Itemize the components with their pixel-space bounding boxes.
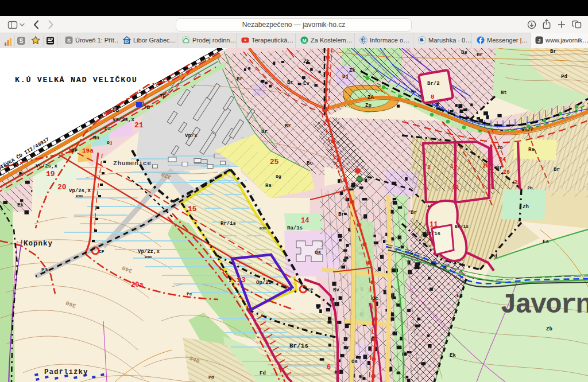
svg-text:BCBD: BCBD — [145, 256, 152, 259]
svg-text:28: 28 — [482, 163, 489, 169]
svg-text:Br: Br — [411, 210, 417, 216]
svg-text:25: 25 — [270, 158, 279, 166]
svg-text:Og: Og — [276, 174, 281, 179]
svg-text:Br: Br — [285, 123, 291, 129]
svg-text:Pd: Pd — [561, 74, 567, 80]
svg-text:P1: P1 — [41, 267, 48, 273]
svg-text:Zk: Zk — [303, 59, 310, 65]
svg-text:Zhumenice: Zhumenice — [113, 159, 152, 167]
svg-text:Br: Br — [477, 52, 483, 58]
svg-text:6: 6 — [327, 364, 331, 372]
svg-text:Br: Br — [338, 212, 345, 217]
svg-text:Kopnky: Kopnky — [24, 240, 53, 248]
svg-text:Os: Os — [315, 250, 321, 256]
svg-text:Br: Br — [554, 167, 560, 173]
svg-text:Br/1s: Br/1s — [425, 231, 440, 237]
svg-text:21: 21 — [134, 121, 144, 130]
svg-text:CP: CP — [99, 249, 105, 254]
svg-text:Ek: Ek — [17, 202, 24, 208]
svg-text:Ek: Ek — [450, 353, 456, 358]
svg-text:22: 22 — [514, 180, 521, 186]
svg-text:K.Ú VELKÁ NAD VELIČKOU: K.Ú VELKÁ NAD VELIČKOU — [15, 76, 137, 84]
svg-text:Br: Br — [550, 49, 556, 54]
svg-text:Br: Br — [237, 76, 243, 82]
svg-text:ZA: ZA — [368, 95, 374, 100]
svg-text:Os: Os — [351, 359, 358, 365]
svg-text:ZD: ZD — [497, 145, 503, 150]
svg-text:26: 26 — [503, 169, 510, 176]
svg-text:14: 14 — [301, 217, 309, 225]
svg-text:Vp/2z,x: Vp/2z,x — [138, 249, 160, 255]
svg-text:Fd: Fd — [260, 371, 266, 376]
svg-text:Br/1s: Br/1s — [455, 224, 469, 229]
svg-text:Es: Es — [543, 239, 549, 245]
svg-text:Bc: Bc — [307, 161, 313, 166]
svg-text:M: M — [302, 38, 306, 44]
svg-text:2b: 2b — [527, 185, 533, 190]
svg-text:15: 15 — [188, 205, 197, 213]
svg-text:Rr/1s: Rr/1s — [220, 221, 236, 227]
svg-text:Nn: Nn — [93, 135, 99, 141]
svg-text:DB: DB — [113, 108, 119, 114]
svg-text:Zb: Zb — [546, 326, 552, 332]
svg-text:11: 11 — [430, 221, 438, 229]
svg-text:16: 16 — [450, 163, 457, 170]
svg-text:Dj: Dj — [342, 74, 349, 80]
svg-text:Rs: Rs — [265, 183, 272, 189]
svg-text:Javorník: Javorník — [500, 290, 588, 321]
svg-text:BCBD: BCBD — [76, 195, 83, 198]
svg-text:Br: Br — [287, 80, 293, 85]
svg-text:Padřližky: Padřližky — [44, 368, 88, 376]
svg-text:Br/2: Br/2 — [427, 81, 440, 87]
svg-text:Vs/2s,x: Vs/2s,x — [36, 163, 57, 169]
svg-text:Pd: Pd — [491, 254, 497, 259]
svg-text:Bv: Bv — [333, 287, 339, 293]
svg-text:Ev: Ev — [303, 81, 310, 87]
svg-text:Rs: Rs — [528, 147, 535, 153]
svg-text:Vp/2s,X: Vp/2s,X — [69, 188, 91, 194]
svg-text:Oc: Oc — [372, 296, 378, 302]
svg-text:Es: Es — [457, 293, 463, 299]
svg-text:Vs/2s,x: Vs/2s,x — [113, 117, 134, 123]
svg-text:19: 19 — [46, 170, 55, 178]
svg-text:TF: TF — [160, 93, 166, 99]
svg-text:Oj: Oj — [107, 140, 113, 145]
svg-text:Zk: Zk — [349, 68, 355, 73]
svg-text:Br/1s: Br/1s — [289, 342, 308, 349]
svg-text:BCBD: BCBD — [260, 227, 266, 231]
svg-text:2: 2 — [427, 165, 431, 171]
svg-text:Pc: Pc — [187, 291, 192, 297]
svg-text:8: 8 — [431, 93, 435, 100]
svg-text:Vs/r: Vs/r — [521, 127, 534, 133]
svg-text:CP: CP — [308, 287, 314, 293]
svg-text:13: 13 — [237, 276, 246, 284]
svg-text:Pd: Pd — [208, 375, 214, 380]
svg-text:Br: Br — [496, 165, 502, 171]
svg-text:Nt: Nt — [501, 90, 507, 96]
svg-text:7B: 7B — [144, 105, 150, 111]
svg-text:24: 24 — [499, 157, 506, 163]
svg-text:Br: Br — [343, 345, 350, 351]
svg-text:Br: Br — [261, 129, 268, 135]
svg-text:20a: 20a — [131, 281, 144, 289]
svg-text:10: 10 — [452, 185, 459, 191]
svg-text:Zh: Zh — [523, 204, 529, 210]
svg-text:Oa: Oa — [105, 126, 111, 132]
svg-text:Ra/1s: Ra/1s — [287, 225, 303, 231]
svg-text:DP: DP — [71, 148, 78, 154]
svg-text:20: 20 — [57, 183, 67, 192]
svg-text:19a: 19a — [82, 147, 94, 154]
svg-text:S: S — [20, 38, 24, 44]
svg-text:Op/2z: Op/2z — [256, 280, 272, 286]
svg-text:Bs: Bs — [461, 50, 467, 56]
svg-text:S: S — [67, 38, 71, 44]
svg-text:R: R — [125, 38, 129, 44]
svg-text:Zp: Zp — [365, 103, 372, 108]
svg-text:Vp/x: Vp/x — [185, 133, 198, 139]
svg-text:J: J — [537, 37, 540, 44]
